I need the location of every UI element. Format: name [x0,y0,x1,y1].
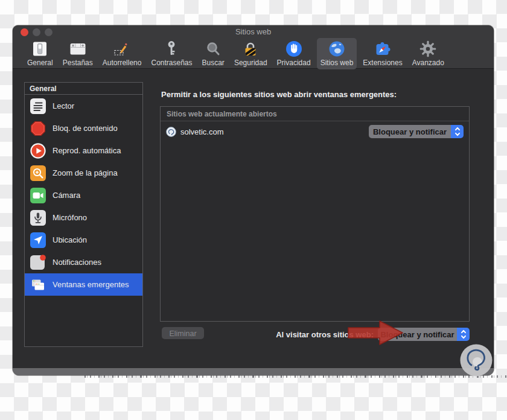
sidebar-item-label: Reprod. automática [53,146,121,155]
sidebar-item-lector[interactable]: Lector [25,95,142,117]
globe-icon [328,40,346,58]
tab-label: Avanzado [412,59,444,67]
tab-sitios-web[interactable]: Sitios web [317,38,357,69]
sidebar-item-label: Bloq. de contenido [53,124,118,133]
tab-contrasenas[interactable]: Contraseñas [147,38,196,69]
sidebar-item-ventanas-emergentes[interactable]: Ventanas emergentes [25,273,142,296]
light-switch-icon [31,40,49,58]
sidebar-item-label: Lector [53,101,74,110]
sidebar-item-label: Ubicación [53,235,87,244]
location-arrow-icon [30,232,46,248]
tabs-window-icon [69,40,87,58]
camera-icon [30,188,46,203]
sidebar-item-label: Ventanas emergentes [53,280,129,289]
solvetic-bulb-logo [459,343,493,377]
autoplay-icon [30,143,46,159]
annotation-arrow-icon [348,319,404,346]
hand-privacy-icon [285,40,303,58]
pencil-autofill-icon [113,40,131,58]
stepper-chevrons-icon [457,328,470,341]
window-titlebar[interactable]: Sitios web [13,25,494,37]
window-chrome: Sitios web General Pestaña [13,25,494,69]
sidebar-item-label: Cámara [53,191,80,200]
website-row[interactable]: solvetic.com Bloquear y notificar [161,121,469,142]
padlock-icon [241,40,260,58]
sidebar-item-ubicacion[interactable]: Ubicación [25,229,142,251]
tab-label: Autorrelleno [103,59,142,67]
tab-seguridad[interactable]: Seguridad [231,38,271,69]
puzzle-extension-icon [374,40,392,58]
key-icon [162,40,180,58]
sidebar-item-reprod-automatica[interactable]: Reprod. automática [25,139,142,162]
tab-buscar[interactable]: Buscar [199,38,228,69]
preferences-toolbar: General Pestañas [13,37,494,68]
listbox-header: Sitios web actualmente abiertos [161,107,469,121]
dropdown-value: Bloquear y notificar [369,125,451,138]
sidebar-item-microfono[interactable]: Micrófono [25,206,142,229]
tab-label: Privacidad [277,59,311,67]
tab-label: Buscar [202,59,225,67]
sidebar-header: General [25,83,142,95]
tab-label: Seguridad [234,59,267,67]
safari-preferences-window: Sitios web General Pestaña [13,25,494,375]
tab-label: General [27,59,53,67]
tab-label: Pestañas [63,59,93,67]
tab-privacidad[interactable]: Privacidad [273,38,314,69]
tab-pestanas[interactable]: Pestañas [59,38,97,69]
solvetic-bulb-favicon [166,127,176,137]
stepper-chevrons-icon [451,125,464,138]
sidebar-item-label: Notificaciones [53,258,101,267]
compression-artifact-strip [84,375,507,380]
tab-autorrelleno[interactable]: Autorrelleno [99,38,145,69]
sidebar-item-zoom-pagina[interactable]: Zoom de la página [25,162,142,184]
sidebar-item-notificaciones[interactable]: Notificaciones [25,251,142,273]
magnifier-icon [204,40,222,58]
sidebar-item-bloq-contenido[interactable]: Bloq. de contenido [25,117,142,139]
reader-icon [30,98,46,114]
remove-button[interactable]: Eliminar [162,327,204,339]
popup-instruction-label: Permitir a los siguientes sitios web abr… [161,90,397,99]
tab-extensiones[interactable]: Extensiones [359,38,406,69]
website-domain: solvetic.com [180,127,369,136]
page-zoom-icon [30,165,46,181]
tab-label: Sitios web [320,59,354,67]
sidebar-item-camara[interactable]: Cámara [25,184,142,206]
tab-label: Contraseñas [151,59,192,67]
content-blocker-icon [30,121,46,136]
notifications-icon [30,255,46,270]
tab-label: Extensiones [363,59,402,67]
tab-avanzado[interactable]: Avanzado [409,38,448,69]
sidebar: General Lector Bloq. de contenido Repr [24,82,143,347]
open-websites-listbox: Sitios web actualmente abiertos solvetic… [160,106,470,322]
sidebar-item-label: Micrófono [53,213,87,222]
window-title: Sitios web [13,27,494,36]
sidebar-item-label: Zoom de la página [53,168,118,177]
tab-general[interactable]: General [24,38,57,69]
popup-windows-icon [30,277,46,293]
gear-icon [419,40,437,58]
site-policy-dropdown[interactable]: Bloquear y notificar [369,125,464,138]
microphone-icon [30,210,46,226]
